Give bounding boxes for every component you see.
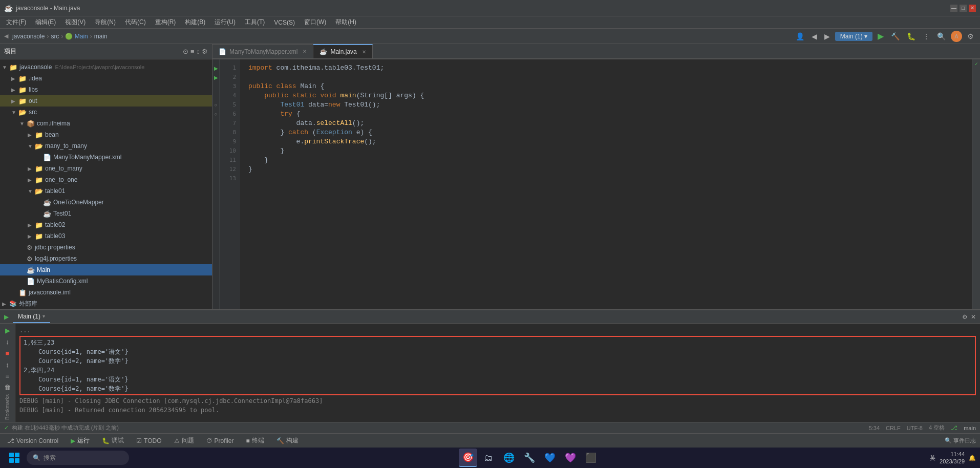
- menu-nav[interactable]: 导航(N): [91, 17, 120, 28]
- build-button[interactable]: 🔨: [889, 31, 902, 41]
- breadcrumb-sep3: ›: [90, 33, 92, 40]
- console-hide-btn[interactable]: ✕: [971, 313, 976, 321]
- breadcrumb-main-method[interactable]: main: [94, 33, 108, 40]
- tree-item-table01[interactable]: ▼ 📂 table01: [0, 185, 212, 197]
- console-scroll-btn[interactable]: ↕: [2, 360, 13, 369]
- taskbar-app-vscode[interactable]: 💙: [541, 449, 559, 467]
- toolbar-problems[interactable]: ⚠ 问题: [171, 435, 197, 446]
- tree-item-libs[interactable]: ▶ 📁 libs: [0, 84, 212, 95]
- console-run-btn[interactable]: ▶: [2, 326, 13, 335]
- close-button[interactable]: ✕: [969, 5, 976, 12]
- tree-item-onetoone-mapper[interactable]: ☕ OneToOneMapper: [0, 197, 212, 208]
- search-events-icon[interactable]: 🔍 事件日志: [945, 437, 976, 444]
- breadcrumb-main[interactable]: 🟢 Main: [65, 33, 88, 40]
- title-bar-controls[interactable]: — □ ✕: [950, 5, 976, 12]
- tab-main[interactable]: ☕ Main.java ✕: [313, 44, 372, 58]
- debug-button[interactable]: 🐛: [905, 31, 918, 41]
- code-editor[interactable]: import com.itheima.table03.Test01; publi…: [240, 59, 972, 309]
- status-indent[interactable]: 4 空格: [929, 424, 945, 432]
- tree-item-log4j[interactable]: ⚙ log4j.properties: [0, 253, 212, 264]
- tree-item-bean[interactable]: ▶ 📁 bean: [0, 129, 212, 140]
- start-button[interactable]: [4, 450, 25, 466]
- tree-item-many[interactable]: ▼ 📂 many_to_many: [0, 140, 212, 152]
- status-crlf[interactable]: CRLF: [886, 425, 901, 431]
- nav-forward-btn[interactable]: ▶: [822, 31, 832, 41]
- tree-item-mybatis[interactable]: 📄 MyBatisConfig.xml: [0, 275, 212, 287]
- run-config-selector[interactable]: Main (1) ▾: [835, 32, 872, 41]
- toolbar-vcs[interactable]: ⎇ Version Control: [4, 436, 61, 445]
- tree-item-table03[interactable]: ▶ 📁 table03: [0, 230, 212, 242]
- menu-edit[interactable]: 编辑(E): [31, 17, 60, 28]
- menu-help[interactable]: 帮助(H): [331, 17, 360, 28]
- toolbar-terminal[interactable]: ■ 终端: [243, 435, 267, 446]
- sidebar-locator-btn[interactable]: ⊙: [183, 48, 188, 55]
- status-position[interactable]: 5:34: [869, 425, 880, 431]
- menu-run[interactable]: 运行(U): [210, 17, 240, 28]
- toolbar-run[interactable]: ▶ 运行: [68, 435, 93, 446]
- menu-file[interactable]: 文件(F): [2, 17, 30, 28]
- minimize-button[interactable]: —: [950, 5, 957, 12]
- user-icon[interactable]: 👤: [794, 31, 806, 41]
- sidebar-collapse-btn[interactable]: ↕: [197, 48, 200, 55]
- taskbar-app-intellij[interactable]: 🎯: [459, 449, 477, 467]
- lang-indicator[interactable]: 英: [930, 454, 935, 462]
- tree-item-manymapper[interactable]: 📄 ManyToManyMapper.xml: [0, 152, 212, 163]
- menu-code[interactable]: 代码(C): [121, 17, 150, 28]
- tab-manytomany[interactable]: 📄 ManyToManyMapper.xml ✕: [212, 44, 313, 58]
- sidebar-expand-btn[interactable]: ≡: [190, 48, 195, 55]
- tree-item-out[interactable]: ▶ 📁 out: [0, 95, 212, 107]
- status-charset[interactable]: UTF-8: [907, 425, 923, 431]
- menu-view[interactable]: 视图(V): [61, 17, 90, 28]
- tree-item-src[interactable]: ▼ 📂 src: [0, 107, 212, 118]
- breadcrumb-project[interactable]: javaconsole: [12, 33, 45, 40]
- toolbar-build2[interactable]: 🔨 构建: [273, 435, 302, 446]
- sidebar-settings-btn[interactable]: ⚙: [202, 48, 208, 55]
- toolbar-debug[interactable]: 🐛 调试: [99, 435, 127, 446]
- menu-window[interactable]: 窗口(W): [300, 17, 330, 28]
- toolbar-profiler[interactable]: ⏱ Profiler: [203, 436, 237, 445]
- taskbar-app-purple[interactable]: 💜: [561, 449, 580, 467]
- taskbar-app-explorer[interactable]: 🗂: [479, 449, 498, 467]
- breadcrumb-src[interactable]: src: [51, 33, 59, 40]
- tree-item-test01[interactable]: ☕ Test01: [0, 208, 212, 219]
- tree-root[interactable]: ▼ 📁 javaconsole E:\IdeaProjects\javapro\…: [0, 61, 212, 73]
- taskbar-app-cmd[interactable]: ⬛: [582, 449, 600, 467]
- tab-close-manytomany[interactable]: ✕: [303, 49, 307, 54]
- status-left: ✓ 构建 在1秒443毫秒 中成功完成 (片刻 之前): [4, 424, 119, 432]
- menu-vcs[interactable]: VCS(S): [270, 18, 299, 27]
- tree-item-table02[interactable]: ▶ 📁 table02: [0, 219, 212, 230]
- tree-item-onetomany[interactable]: ▶ 📁 one_to_many: [0, 163, 212, 174]
- taskbar-app-browser[interactable]: 🌐: [500, 449, 518, 467]
- menu-refactor[interactable]: 重构(R): [151, 17, 180, 28]
- maximize-button[interactable]: □: [960, 5, 967, 12]
- console-output[interactable]: ... 1,张三,23 Course{id=1, name='语文'} Cour…: [15, 324, 980, 422]
- console-tab-arrow[interactable]: ▾: [42, 313, 45, 319]
- nav-left-arrow[interactable]: ◀: [4, 33, 8, 39]
- taskbar-app-intellij2[interactable]: 🔧: [520, 449, 539, 467]
- tree-item-jdbc[interactable]: ⚙ jdbc.properties: [0, 242, 212, 253]
- taskbar-search[interactable]: 🔍 搜索: [27, 451, 129, 465]
- search-icon[interactable]: 🔍: [935, 31, 948, 41]
- tree-item-extlibs[interactable]: ▶ 📚 外部库: [0, 298, 212, 309]
- menu-build[interactable]: 构建(B): [181, 17, 209, 28]
- console-settings-btn[interactable]: ⚙: [962, 313, 968, 321]
- tree-item-iml[interactable]: 📋 javaconsole.iml: [0, 287, 212, 298]
- console-tab-main[interactable]: Main (1) ▾: [13, 311, 50, 323]
- run-button[interactable]: ▶: [876, 30, 886, 42]
- tree-item-main[interactable]: ☕ Main: [0, 264, 212, 275]
- toolbar-todo[interactable]: ☑ TODO: [133, 436, 164, 445]
- tree-item-onetoone[interactable]: ▶ 📁 one_to_one: [0, 174, 212, 185]
- avatar[interactable]: A: [951, 31, 962, 42]
- nav-back-btn[interactable]: ◀: [809, 31, 819, 41]
- tab-close-main[interactable]: ✕: [362, 49, 366, 55]
- more-actions-btn[interactable]: ⋮: [921, 31, 932, 41]
- tree-item-idea[interactable]: ▶ 📁 .idea: [0, 73, 212, 84]
- console-stop-btn[interactable]: ■: [2, 349, 13, 358]
- console-trash-btn[interactable]: 🗑: [2, 383, 13, 392]
- settings-icon[interactable]: ⚙: [965, 31, 976, 41]
- tree-item-com[interactable]: ▼ 📦 com.itheima: [0, 118, 212, 129]
- console-wrap-btn[interactable]: ≡: [2, 371, 13, 380]
- menu-tools[interactable]: 工具(T): [241, 17, 269, 28]
- console-down-btn[interactable]: ↓: [2, 337, 13, 346]
- notification-icon[interactable]: 🔔: [969, 455, 976, 461]
